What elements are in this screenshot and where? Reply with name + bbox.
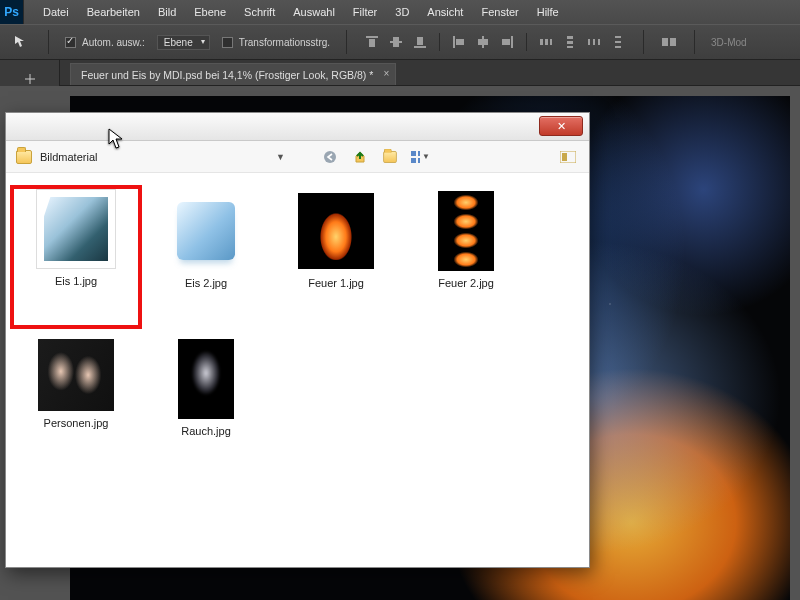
divider bbox=[526, 33, 527, 51]
file-item[interactable]: Feuer 2.jpg bbox=[402, 187, 530, 327]
chevron-down-icon[interactable]: ▼ bbox=[276, 152, 285, 162]
file-grid[interactable]: Eis 1.jpgEis 2.jpgFeuer 1.jpgFeuer 2.jpg… bbox=[6, 173, 589, 489]
menu-ansicht[interactable]: Ansicht bbox=[418, 0, 472, 24]
distribute-v-icon[interactable] bbox=[561, 33, 579, 51]
file-name-label: Feuer 2.jpg bbox=[438, 277, 494, 289]
file-name-label: Personen.jpg bbox=[44, 417, 109, 429]
svg-rect-17 bbox=[567, 46, 573, 48]
target-layer-dropdown[interactable]: Ebene bbox=[157, 35, 210, 50]
transform-controls-label: Transformationsstrg. bbox=[239, 37, 330, 48]
window-close-button[interactable]: ✕ bbox=[539, 116, 583, 136]
collapse-icon[interactable] bbox=[23, 72, 37, 86]
svg-rect-19 bbox=[593, 39, 595, 45]
menu-filter[interactable]: Filter bbox=[344, 0, 386, 24]
svg-rect-24 bbox=[662, 38, 668, 46]
svg-rect-18 bbox=[588, 39, 590, 45]
auto-select-checkbox[interactable]: Autom. ausw.: bbox=[65, 37, 145, 48]
align-hcenter-icon[interactable] bbox=[474, 33, 492, 51]
svg-rect-11 bbox=[502, 39, 510, 45]
back-icon[interactable] bbox=[319, 147, 341, 167]
svg-rect-22 bbox=[615, 41, 621, 43]
align-bottom-icon[interactable] bbox=[411, 33, 429, 51]
up-one-level-icon[interactable] bbox=[349, 147, 371, 167]
svg-rect-25 bbox=[670, 38, 676, 46]
auto-align-icon[interactable] bbox=[660, 33, 678, 51]
svg-rect-23 bbox=[615, 46, 621, 48]
file-item[interactable]: Eis 1.jpg bbox=[12, 187, 140, 327]
svg-rect-1 bbox=[369, 39, 375, 47]
file-item[interactable]: Personen.jpg bbox=[12, 335, 140, 475]
views-dropdown-icon[interactable]: ▼ bbox=[409, 147, 431, 167]
auto-select-label: Autom. ausw.: bbox=[82, 37, 145, 48]
svg-rect-12 bbox=[540, 39, 543, 45]
distribute-spacing-v-icon[interactable] bbox=[609, 33, 627, 51]
divider bbox=[439, 33, 440, 51]
svg-rect-4 bbox=[414, 46, 426, 48]
svg-rect-0 bbox=[366, 36, 378, 38]
svg-rect-21 bbox=[615, 36, 621, 38]
folder-icon bbox=[16, 150, 32, 164]
svg-rect-9 bbox=[478, 39, 488, 45]
align-top-icon[interactable] bbox=[363, 33, 381, 51]
document-tab[interactable]: Feuer und Eis by MDI.psd bei 14,1% (Fros… bbox=[70, 63, 396, 85]
dialog-toolbar: ▼ ▼ bbox=[6, 141, 589, 173]
move-tool-icon[interactable] bbox=[10, 31, 32, 53]
three-d-mode-label[interactable]: 3D-Mod bbox=[711, 37, 747, 48]
svg-rect-20 bbox=[598, 39, 600, 45]
align-vcenter-icon[interactable] bbox=[387, 33, 405, 51]
file-item[interactable]: Eis 2.jpg bbox=[142, 187, 270, 327]
svg-rect-31 bbox=[418, 158, 420, 163]
checkbox-icon bbox=[222, 37, 233, 48]
svg-rect-7 bbox=[456, 39, 464, 45]
svg-rect-5 bbox=[417, 37, 423, 45]
preview-toggle-icon[interactable] bbox=[557, 147, 579, 167]
svg-rect-28 bbox=[411, 151, 416, 156]
dialog-titlebar[interactable]: ✕ bbox=[6, 113, 589, 141]
file-name-label: Eis 1.jpg bbox=[55, 275, 97, 287]
svg-rect-6 bbox=[453, 36, 455, 48]
align-right-icon[interactable] bbox=[498, 33, 516, 51]
folder-path-input[interactable] bbox=[40, 147, 270, 167]
svg-rect-15 bbox=[567, 36, 573, 39]
svg-rect-10 bbox=[511, 36, 513, 48]
align-left-icon[interactable] bbox=[450, 33, 468, 51]
file-item[interactable]: Rauch.jpg bbox=[142, 335, 270, 475]
menu-ebene[interactable]: Ebene bbox=[185, 0, 235, 24]
file-item[interactable]: Feuer 1.jpg bbox=[272, 187, 400, 327]
file-open-dialog: ✕ ▼ ▼ Eis 1.jpgEis 2.jpgFeuer 1.jpgFeuer… bbox=[5, 112, 590, 568]
svg-rect-16 bbox=[567, 41, 573, 44]
file-name-label: Rauch.jpg bbox=[181, 425, 231, 437]
divider bbox=[48, 30, 49, 54]
options-bar: Autom. ausw.: Ebene Transformationsstrg.… bbox=[0, 24, 800, 60]
divider bbox=[694, 30, 695, 54]
svg-rect-29 bbox=[418, 151, 420, 156]
menu-datei[interactable]: Datei bbox=[34, 0, 78, 24]
menu-fenster[interactable]: Fenster bbox=[472, 0, 527, 24]
divider bbox=[643, 30, 644, 54]
app-menubar: Ps DateiBearbeitenBildEbeneSchriftAuswah… bbox=[0, 0, 800, 24]
svg-point-27 bbox=[324, 151, 336, 163]
menu-bearbeiten[interactable]: Bearbeiten bbox=[78, 0, 149, 24]
document-tabbar: Feuer und Eis by MDI.psd bei 14,1% (Fros… bbox=[0, 60, 800, 86]
menu-3d[interactable]: 3D bbox=[386, 0, 418, 24]
file-name-label: Eis 2.jpg bbox=[185, 277, 227, 289]
close-icon[interactable]: × bbox=[384, 68, 390, 79]
document-tab-title: Feuer und Eis by MDI.psd bei 14,1% (Fros… bbox=[81, 69, 373, 81]
distribute-spacing-h-icon[interactable] bbox=[585, 33, 603, 51]
divider bbox=[346, 30, 347, 54]
menu-bild[interactable]: Bild bbox=[149, 0, 185, 24]
align-button-group bbox=[363, 33, 627, 51]
transform-controls-checkbox[interactable]: Transformationsstrg. bbox=[222, 37, 330, 48]
svg-rect-33 bbox=[562, 153, 567, 161]
svg-rect-3 bbox=[393, 37, 399, 47]
menu-auswahl[interactable]: Auswahl bbox=[284, 0, 344, 24]
menu-hilfe[interactable]: Hilfe bbox=[528, 0, 568, 24]
file-name-label: Feuer 1.jpg bbox=[308, 277, 364, 289]
svg-rect-14 bbox=[550, 39, 552, 45]
menu-schrift[interactable]: Schrift bbox=[235, 0, 284, 24]
distribute-h-icon[interactable] bbox=[537, 33, 555, 51]
svg-rect-13 bbox=[545, 39, 548, 45]
checkbox-icon bbox=[65, 37, 76, 48]
app-logo: Ps bbox=[0, 0, 24, 24]
new-folder-icon[interactable] bbox=[379, 147, 401, 167]
